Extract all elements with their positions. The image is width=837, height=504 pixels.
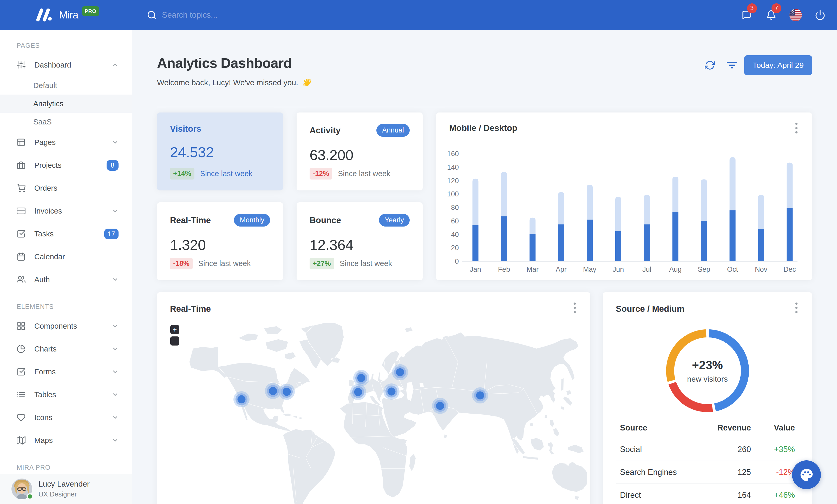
credit-card-icon [17, 207, 25, 216]
value-col-header: Value [761, 418, 799, 438]
y-axis-label: 80 [451, 204, 459, 211]
pie-chart-icon [17, 344, 25, 353]
period-pill[interactable]: Yearly [379, 214, 410, 226]
map-icon [17, 436, 25, 445]
world-map[interactable] [160, 323, 587, 504]
search-input[interactable] [162, 11, 292, 20]
refresh-button[interactable] [705, 60, 715, 70]
sidebar-item-tables[interactable]: Tables [0, 383, 132, 406]
sidebar-item-projects[interactable]: Projects8 [0, 154, 132, 177]
map-marker[interactable] [283, 388, 291, 396]
sidebar-item-pages[interactable]: Pages [0, 131, 132, 154]
theme-settings-fab[interactable] [792, 460, 821, 489]
today-button[interactable]: Today: April 29 [744, 55, 812, 75]
filter-button[interactable] [726, 59, 738, 72]
stat-delta-badge: -12% [309, 168, 332, 180]
refresh-icon [705, 60, 715, 70]
brand-name: Mira [59, 9, 78, 21]
y-axis-label: 40 [451, 231, 459, 239]
revenue-col-header: Revenue [699, 418, 761, 438]
source-table-row: Social260+35% [616, 438, 799, 461]
sidebar-item-auth[interactable]: Auth [0, 268, 132, 291]
chevron-down-icon [112, 391, 119, 398]
sidebar-item-maps[interactable]: Maps [0, 429, 132, 452]
page-subtitle: Welcome back, Lucy! We've missed you. [157, 78, 312, 88]
x-axis-label: Sep [698, 265, 710, 273]
period-pill[interactable]: Annual [376, 124, 410, 137]
messages-count-badge: 3 [747, 3, 757, 13]
source-table: Source Revenue Value Social260+35%Search… [616, 418, 799, 504]
donut-center-value: +23% [692, 358, 723, 372]
sidebar-item-components[interactable]: Components [0, 315, 132, 337]
sidebar-item-orders[interactable]: Orders [0, 177, 132, 200]
notifications-button[interactable]: 7 [759, 3, 783, 27]
donut-center-caption: new visitors [687, 375, 728, 384]
chevron-up-icon [112, 61, 119, 68]
search-icon [147, 10, 157, 20]
sidebar-item-charts[interactable]: Charts [0, 337, 132, 360]
check-square-icon [17, 367, 25, 376]
sidebar: Pages DashboardDefaultAnalyticsSaaSPages… [0, 30, 132, 504]
map-zoom-in-button[interactable]: + [170, 325, 179, 334]
y-axis-label: 120 [447, 177, 459, 185]
x-axis-label: Aug [669, 265, 681, 273]
bar-mobile [701, 221, 707, 261]
revenue-cell: 164 [699, 484, 761, 504]
map-marker[interactable] [237, 395, 246, 404]
logout-button[interactable] [808, 3, 832, 27]
x-axis-label: Mar [527, 265, 539, 273]
more-vertical-icon [791, 301, 802, 315]
sidebar-subitem-saas[interactable]: SaaS [0, 113, 132, 131]
map-marker[interactable] [436, 402, 444, 410]
map-marker[interactable] [354, 388, 362, 396]
x-axis-label: Jun [613, 265, 624, 273]
sidebar-item-icons[interactable]: Icons [0, 406, 132, 429]
sidebar-subitem-analytics[interactable]: Analytics [0, 95, 132, 113]
bar-mobile [644, 224, 650, 261]
x-axis-label: Feb [498, 265, 510, 273]
language-button[interactable] [783, 3, 808, 27]
sidebar-item-calendar[interactable]: Calendar [0, 245, 132, 268]
map-marker[interactable] [476, 392, 484, 399]
value-cell: +46% [761, 484, 799, 504]
sidebar-item-forms[interactable]: Forms [0, 360, 132, 383]
map-zoom-out-button[interactable]: − [170, 336, 179, 346]
period-pill[interactable]: Monthly [234, 214, 270, 226]
sidebar-section-pages: Pages [0, 30, 132, 54]
map-marker[interactable] [396, 368, 404, 376]
waving-hand-icon [301, 78, 312, 88]
y-axis-label: 160 [447, 150, 459, 158]
bar-mobile [673, 212, 678, 261]
value-cell: +35% [761, 438, 799, 461]
y-axis-label: 20 [451, 244, 459, 252]
source-col-header: Source [616, 418, 699, 438]
mobile-desktop-title: Mobile / Desktop [449, 123, 799, 133]
realtime-menu-button[interactable] [570, 301, 580, 315]
page-title: Analytics Dashboard [157, 55, 312, 71]
sidebar-user[interactable]: Lucy Lavender UX Designer [0, 474, 132, 504]
source-medium-menu-button[interactable] [791, 301, 802, 315]
us-flag-icon [789, 9, 802, 21]
sidebar-item-invoices[interactable]: Invoices [0, 200, 132, 222]
sidebar-subitem-default[interactable]: Default [0, 76, 132, 95]
bar-mobile [758, 229, 764, 261]
bar-mobile [730, 210, 736, 261]
source-table-row: Search Engines125-12% [616, 461, 799, 484]
map-marker[interactable] [388, 388, 396, 396]
list-icon [17, 390, 25, 399]
messages-button[interactable]: 3 [735, 3, 759, 27]
user-name: Lucy Lavender [38, 480, 90, 488]
map-marker[interactable] [357, 374, 366, 382]
palette-icon [799, 468, 814, 482]
sidebar-item-tasks[interactable]: Tasks17 [0, 222, 132, 245]
mobile-desktop-menu-button[interactable] [791, 121, 802, 135]
realtime-title: Real-Time [170, 304, 590, 314]
map-marker[interactable] [269, 387, 277, 395]
y-axis-label: 60 [451, 217, 459, 225]
calendar-icon [17, 252, 25, 261]
brand[interactable]: Mira PRO [0, 8, 132, 22]
bar-mobile [473, 225, 479, 261]
stat-value: 63.200 [309, 147, 410, 163]
x-axis-label: Dec [783, 265, 796, 273]
sidebar-item-dashboard[interactable]: Dashboard [0, 54, 132, 76]
